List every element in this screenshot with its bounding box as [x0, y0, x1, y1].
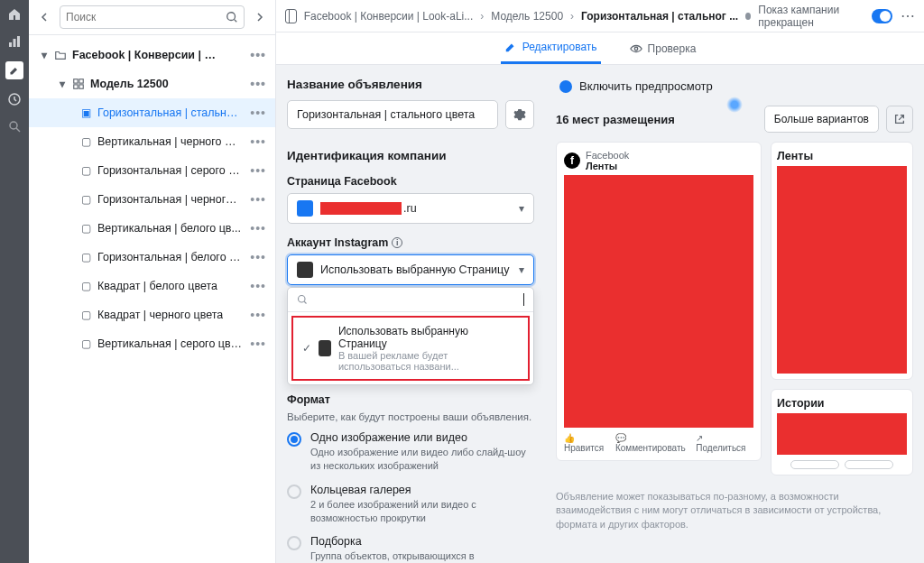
search-field[interactable]: [66, 11, 226, 23]
preview-grid: f Facebook Ленты 👍 Нравится 💬 Ком: [556, 142, 913, 485]
tree-campaign[interactable]: ▾ Facebook | Конверсии | Look-aLik... ••…: [29, 41, 275, 69]
more-icon[interactable]: •••: [250, 163, 266, 178]
collapse-right-icon[interactable]: [250, 8, 268, 26]
ig-dropdown-option[interactable]: ✓ Использовать выбранную Страницу В ваше…: [291, 316, 530, 381]
placements-count: 16 мест размещения: [556, 113, 675, 126]
opt-title: Одно изображение или видео: [310, 431, 534, 444]
tree-ad[interactable]: ▢Горизонтальная | серого ц...•••: [29, 156, 275, 185]
facebook-icon: f: [564, 152, 580, 169]
more-icon[interactable]: •••: [250, 106, 266, 120]
status-dot: [745, 13, 751, 20]
content-cols: Название объявления Горизонтальная | ста…: [276, 65, 924, 563]
format-option-carousel[interactable]: Кольцевая галерея2 и более изображений и…: [287, 484, 534, 525]
format-option-single[interactable]: Одно изображение или видеоОдно изображен…: [287, 431, 534, 473]
caret-down-icon: ▾: [519, 263, 524, 276]
fb-page-dropdown[interactable]: .ru ▾: [287, 193, 534, 224]
radio-icon: [287, 536, 301, 550]
tree-search-input[interactable]: [60, 5, 245, 29]
home-icon[interactable]: [7, 7, 22, 22]
like-action[interactable]: 👍 Нравится: [564, 433, 615, 453]
radio-icon: [287, 485, 301, 499]
page-avatar: [297, 200, 313, 217]
panel-toggle-icon[interactable]: [285, 9, 297, 23]
comment-action[interactable]: 💬 Комментировать: [615, 433, 696, 453]
tree-ad[interactable]: ▢Вертикальная | черного цв...•••: [29, 127, 275, 156]
more-icon[interactable]: •••: [250, 250, 266, 264]
clock-icon[interactable]: [7, 92, 22, 106]
search-icon: [297, 294, 308, 305]
more-variants-button[interactable]: Больше вариантов: [764, 106, 879, 133]
more-icon[interactable]: •••: [250, 221, 266, 235]
topbar-more-icon[interactable]: ⋯: [900, 7, 915, 24]
ig-account-dropdown[interactable]: Использовать выбранную Страницу ▾: [287, 254, 534, 285]
collapse-left-icon[interactable]: [36, 8, 54, 26]
pencil-icon: [504, 41, 517, 53]
more-icon[interactable]: •••: [250, 77, 266, 91]
tree-ad-label: Горизонтальная | белого ц...: [97, 251, 242, 263]
preview-card-facebook-feed[interactable]: f Facebook Ленты 👍 Нравится 💬 Ком: [556, 142, 762, 461]
tree-ad-label: Вертикальная | белого цв...: [97, 222, 241, 235]
preview-toggle-dot[interactable]: [559, 80, 572, 93]
opt-sub: 2 и более изображений или видео с возмож…: [310, 498, 534, 525]
tree-ad[interactable]: ▢Вертикальная | серого цве...•••: [29, 329, 275, 358]
preview-media: [777, 166, 907, 374]
ig-dropdown-search-input[interactable]: [313, 293, 518, 306]
tree-adset[interactable]: ▾ Модель 12500 •••: [29, 69, 275, 98]
check-icon: ✓: [302, 342, 311, 355]
option-avatar: [319, 340, 331, 356]
info-icon[interactable]: i: [392, 237, 402, 248]
svg-rect-0: [9, 42, 12, 47]
opt-title: Подборка: [310, 535, 534, 548]
ad-icon: ▢: [79, 222, 92, 235]
tab-edit[interactable]: Редактировать: [501, 32, 601, 64]
tree-ad[interactable]: ▢Квадрат | черного цвета•••: [29, 300, 275, 329]
tree-ad[interactable]: ▢Вертикальная | белого цв...•••: [29, 214, 275, 243]
preview-card-feeds[interactable]: Ленты: [771, 142, 913, 380]
tabs: Редактировать Проверка: [276, 32, 924, 65]
topbar: Facebook | Конверсии | Look-aLi... › Мод…: [276, 0, 924, 32]
ad-name-settings-button[interactable]: [505, 100, 534, 129]
tree-adset-label: Модель 12500: [90, 78, 169, 90]
opt-title: Кольцевая галерея: [310, 484, 534, 496]
breadcrumb-campaign[interactable]: Facebook | Конверсии | Look-aLi...: [304, 10, 474, 23]
tab-review[interactable]: Проверка: [626, 32, 700, 64]
breadcrumb-ad: Горизонтальная | стальног ...: [581, 10, 738, 23]
ad-name-value: Горизонтальная | стального цвета: [297, 108, 475, 121]
ig-dropdown-search[interactable]: [288, 288, 533, 312]
more-icon[interactable]: •••: [250, 48, 266, 62]
ad-icon: ▢: [79, 135, 92, 148]
breadcrumb-adset[interactable]: Модель 12500: [491, 10, 563, 23]
search-nav-icon[interactable]: [7, 119, 22, 134]
ig-account-dropdown-panel: ✓ Использовать выбранную Страницу В ваше…: [287, 287, 534, 385]
format-title: Формат: [287, 393, 534, 406]
ig-avatar: [297, 262, 313, 278]
preview-card-stories[interactable]: Истории: [771, 389, 913, 475]
tree-ad[interactable]: ▣Горизонтальная | стальног...•••: [29, 98, 275, 127]
opt-sub: Одно изображение или видео либо слайд-шо…: [310, 446, 534, 473]
preview-stories-label: Истории: [777, 397, 907, 410]
more-icon[interactable]: •••: [250, 279, 266, 293]
format-option-collection[interactable]: ПодборкаГруппа объектов, открывающихся в…: [287, 535, 534, 563]
more-icon[interactable]: •••: [250, 192, 266, 207]
edit-nav-icon[interactable]: [5, 61, 23, 79]
campaign-toggle[interactable]: [872, 9, 892, 23]
status-text: Показ кампании прекращен: [758, 4, 864, 29]
tree: ▾ Facebook | Конверсии | Look-aLik... ••…: [29, 35, 275, 358]
ad-name-input[interactable]: Горизонтальная | стального цвета: [287, 100, 498, 129]
more-icon[interactable]: •••: [250, 337, 266, 351]
app: ▾ Facebook | Конверсии | Look-aLik... ••…: [0, 0, 924, 563]
tree-ad[interactable]: ▢Квадрат | белого цвета•••: [29, 272, 275, 300]
tree-ad[interactable]: ▢Горизонтальная | черного ...•••: [29, 185, 275, 214]
more-icon[interactable]: •••: [250, 134, 266, 149]
device-frame-icon: [777, 460, 907, 469]
share-action[interactable]: ↗ Поделиться: [696, 433, 753, 453]
more-icon[interactable]: •••: [250, 308, 266, 322]
fb-page-value: .ru: [403, 202, 519, 215]
tree-ad[interactable]: ▢Горизонтальная | белого ц...•••: [29, 243, 275, 272]
fb-page-label: Страница Facebook: [287, 175, 534, 188]
chart-icon[interactable]: [7, 34, 22, 49]
ig-account-label: Аккаунт Instagrami: [287, 236, 534, 249]
open-external-icon[interactable]: [886, 106, 913, 133]
preview-toggle-label: Включить предпросмотр: [579, 79, 713, 93]
svg-point-5: [227, 13, 236, 21]
